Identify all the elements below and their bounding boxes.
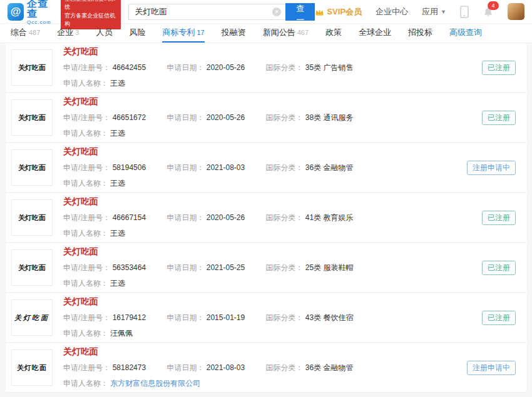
mobile-app-button[interactable]	[460, 6, 469, 18]
trademark-image[interactable]: 关灯吃面	[11, 49, 53, 86]
nav-tab-label: 投融资	[222, 27, 246, 38]
status-badge: 注册申请中	[467, 161, 516, 175]
trademark-title[interactable]: 关灯吃面	[63, 296, 482, 308]
trademark-result-row: 关灯吃面 关灯吃面 申请/注册号： 46667154 申请日期： 2020-05…	[6, 193, 526, 243]
nav-tab-企业[interactable]: 企业 3	[57, 24, 79, 43]
trademark-title[interactable]: 关灯吃面	[63, 146, 467, 158]
reg-no-label: 申请/注册号：	[63, 363, 110, 372]
trademark-title[interactable]: 关灯吃面	[63, 46, 482, 58]
applicant-value: 王选	[110, 179, 125, 188]
nav-tab-label: 企业	[57, 27, 73, 38]
intl-class-label: 国际分类：	[266, 313, 304, 322]
apply-date-label: 申请日期：	[166, 213, 204, 222]
reg-no-label: 申请/注册号：	[63, 263, 110, 272]
trademark-detail-line: 申请/注册号： 16179412 申请日期： 2015-01-19 国际分类： …	[63, 313, 482, 323]
reg-no-label: 申请/注册号：	[63, 213, 110, 222]
reg-no-value: 46642455	[113, 63, 146, 72]
apply-date-value: 2015-01-19	[207, 313, 245, 322]
intl-class-label: 国际分类：	[266, 213, 304, 222]
apply-date-value: 2020-05-26	[207, 63, 245, 72]
apply-date-value: 2021-08-03	[207, 163, 245, 172]
trademark-title[interactable]: 关灯吃面	[63, 346, 467, 358]
nav-tab-风险[interactable]: 风险	[129, 24, 145, 43]
applicant-line: 申请人名称： 王选	[63, 278, 482, 289]
trademark-image[interactable]: 关灯吃面	[11, 249, 53, 286]
user-avatar[interactable]	[508, 3, 524, 20]
nav-tab-count: 467	[297, 29, 309, 36]
intl-class-label: 国际分类：	[266, 63, 304, 72]
certification-line1: 全国企业信用查询系统	[64, 0, 117, 12]
trademark-result-list: 关灯吃面 关灯吃面 申请/注册号： 46642455 申请日期： 2020-05…	[6, 43, 526, 393]
nav-tab-投融资[interactable]: 投融资	[222, 24, 246, 43]
trademark-title[interactable]: 关灯吃面	[63, 196, 482, 208]
nav-tab-count: 3	[75, 29, 79, 36]
apps-label: 应用	[422, 6, 438, 18]
reg-no-value: 46651672	[113, 113, 146, 122]
applicant-label: 申请人名称：	[63, 379, 108, 388]
nav-tab-商标专利[interactable]: 商标专利 17	[162, 24, 204, 43]
nav-tab-高级查询[interactable]: 高级查询	[449, 24, 482, 43]
applicant-label: 申请人名称：	[63, 279, 108, 288]
trademark-info: 关灯吃面 申请/注册号： 56353464 申请日期： 2021-05-25 国…	[63, 246, 482, 289]
status-badge: 已注册	[482, 261, 516, 275]
status-badge: 已注册	[482, 61, 516, 75]
trademark-detail-line: 申请/注册号： 46651672 申请日期： 2020-05-26 国际分类： …	[63, 113, 482, 123]
nav-tab-label: 招投标	[408, 27, 432, 38]
applicant-value[interactable]: 东方财富信息股份有限公司	[110, 379, 200, 388]
crown-icon	[315, 8, 324, 16]
nav-tab-招投标[interactable]: 招投标	[408, 24, 432, 43]
trademark-title[interactable]: 关灯吃面	[63, 96, 482, 108]
trademark-detail-line: 申请/注册号： 58194506 申请日期： 2021-08-03 国际分类： …	[63, 163, 467, 173]
qcc-logo[interactable]: @ 企查查 Qcc.com	[8, 0, 56, 25]
applicant-line: 申请人名称： 王选	[63, 78, 482, 89]
reg-no-value: 58182473	[113, 363, 146, 372]
trademark-info: 关灯吃面 申请/注册号： 46667154 申请日期： 2020-05-26 国…	[63, 196, 482, 239]
apply-date-label: 申请日期：	[166, 313, 204, 322]
nav-tab-label: 全球企业	[359, 27, 391, 38]
trademark-image[interactable]: 关灯吃面	[11, 349, 53, 386]
apply-date-value: 2021-08-03	[207, 363, 245, 372]
apps-dropdown[interactable]: 应用 ▼	[422, 6, 446, 18]
apply-date-label: 申请日期：	[166, 63, 204, 72]
svip-label: SVIP会员	[327, 6, 362, 18]
reg-no-value: 56353464	[113, 263, 146, 272]
clear-search-icon[interactable]: ✕	[272, 8, 281, 16]
enterprise-center-link[interactable]: 企业中心	[376, 6, 408, 18]
intl-class-value: 36类 金融物管	[305, 163, 354, 172]
reg-no-label: 申请/注册号：	[63, 113, 110, 122]
svip-member-link[interactable]: SVIP会员	[315, 6, 362, 18]
trademark-result-row: 关灯吃面 关灯吃面 申请/注册号： 58194506 申请日期： 2021-08…	[6, 143, 526, 193]
apply-date-label: 申请日期：	[166, 363, 204, 372]
applicant-value: 王选	[110, 229, 125, 238]
intl-class-label: 国际分类：	[266, 113, 304, 122]
nav-tab-label: 风险	[129, 27, 145, 38]
trademark-image[interactable]: 关灯吃面	[11, 299, 53, 336]
status-badge: 已注册	[482, 111, 516, 125]
nav-tab-新闻公告[interactable]: 新闻公告 467	[263, 24, 309, 43]
trademark-info: 关灯吃面 申请/注册号： 46651672 申请日期： 2020-05-26 国…	[63, 96, 482, 139]
applicant-label: 申请人名称：	[63, 179, 108, 188]
intl-class-label: 国际分类：	[266, 163, 304, 172]
nav-tab-人员[interactable]: 人员	[96, 24, 112, 43]
applicant-line: 申请人名称： 汪佩佩	[63, 328, 482, 339]
trademark-title[interactable]: 关灯吃面	[63, 246, 482, 258]
trademark-image[interactable]: 关灯吃面	[11, 199, 53, 236]
trademark-result-row: 关灯吃面 关灯吃面 申请/注册号： 56353464 申请日期： 2021-05…	[6, 243, 526, 293]
trademark-image[interactable]: 关灯吃面	[11, 149, 53, 186]
intl-class-label: 国际分类：	[266, 263, 304, 272]
nav-tab-count: 487	[29, 29, 40, 36]
notifications-button[interactable]: 4	[483, 6, 494, 18]
reg-no-label: 申请/注册号：	[63, 63, 110, 72]
trademark-image[interactable]: 关灯吃面	[11, 99, 53, 136]
trademark-detail-line: 申请/注册号： 46667154 申请日期： 2020-05-26 国际分类： …	[63, 213, 482, 223]
nav-tab-全球企业[interactable]: 全球企业	[359, 24, 391, 43]
nav-tab-综合[interactable]: 综合 487	[11, 24, 40, 43]
applicant-label: 申请人名称：	[63, 329, 108, 338]
search-input[interactable]	[128, 4, 285, 20]
apply-date-label: 申请日期：	[166, 263, 204, 272]
applicant-line: 申请人名称： 王选	[63, 178, 467, 189]
search-button[interactable]: 查一下	[285, 3, 315, 21]
nav-tab-政策[interactable]: 政策	[325, 24, 342, 43]
phone-icon	[460, 6, 469, 18]
notification-count-badge: 4	[488, 1, 499, 10]
